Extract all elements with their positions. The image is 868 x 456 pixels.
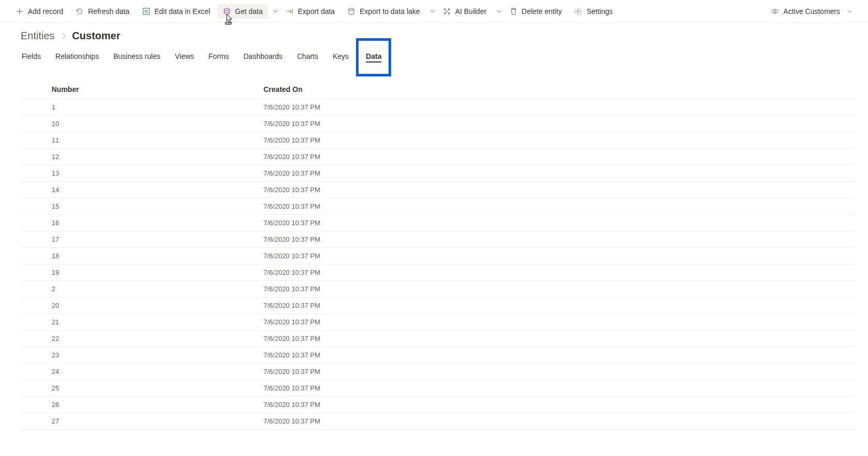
tab-charts[interactable]: Charts <box>296 48 319 65</box>
cell-created-on: 7/6/2020 10:37 PM <box>264 285 855 293</box>
table-row[interactable]: 167/6/2020 10:37 PM <box>21 215 855 231</box>
add-record-button[interactable]: Add record <box>10 4 68 19</box>
cell-number: 21 <box>52 318 264 326</box>
get-data-dropdown[interactable] <box>272 8 278 14</box>
table-row[interactable]: 157/6/2020 10:37 PM <box>21 198 855 215</box>
cell-created-on: 7/6/2020 10:37 PM <box>264 335 855 342</box>
cell-created-on: 7/6/2020 10:37 PM <box>264 186 855 194</box>
content-area: Number Created On 17/6/2020 10:37 PM107/… <box>0 80 868 456</box>
table-row[interactable]: 227/6/2020 10:37 PM <box>21 331 855 347</box>
cell-number: 14 <box>52 186 264 194</box>
tab-keys[interactable]: Keys <box>332 48 350 65</box>
table-row[interactable]: 197/6/2020 10:37 PM <box>21 264 855 281</box>
view-selector-dropdown[interactable] <box>846 8 853 14</box>
cell-created-on: 7/6/2020 10:37 PM <box>264 302 855 309</box>
tab-data[interactable]: Data <box>365 48 382 65</box>
cell-number: 12 <box>52 153 264 161</box>
table-row[interactable]: 147/6/2020 10:37 PM <box>21 182 855 198</box>
table-row[interactable]: 107/6/2020 10:37 PM <box>21 116 855 132</box>
get-data-button[interactable]: Get data <box>218 4 268 19</box>
table-row[interactable]: 137/6/2020 10:37 PM <box>21 165 855 182</box>
table-row[interactable]: 27/6/2020 10:37 PM <box>21 281 855 297</box>
cell-number: 15 <box>52 202 264 210</box>
cell-number: 13 <box>52 169 264 177</box>
tab-forms[interactable]: Forms <box>208 48 230 65</box>
cell-number: 2 <box>52 285 264 293</box>
gear-icon <box>574 7 582 15</box>
tab-fields[interactable]: Fields <box>21 48 42 65</box>
get-data-label: Get data <box>235 7 263 15</box>
cell-number: 24 <box>52 368 264 375</box>
view-selector-button[interactable]: Active Customers <box>766 4 858 19</box>
edit-excel-button[interactable]: Edit data in Excel <box>137 4 215 19</box>
svg-point-8 <box>774 10 776 12</box>
ai-builder-dropdown[interactable] <box>496 8 502 14</box>
cell-created-on: 7/6/2020 10:37 PM <box>264 169 855 177</box>
excel-icon <box>142 7 150 15</box>
export-data-label: Export data <box>298 7 335 15</box>
table-row[interactable]: 17/6/2020 10:37 PM <box>21 99 855 116</box>
table-row[interactable]: 277/6/2020 10:37 PM <box>21 413 855 430</box>
delete-entity-button[interactable]: Delete entity <box>504 4 567 19</box>
ai-icon <box>443 7 451 15</box>
column-header-number[interactable]: Number <box>52 85 264 93</box>
table-row[interactable]: 247/6/2020 10:37 PM <box>21 364 855 380</box>
export-lake-label: Export to data lake <box>360 7 420 15</box>
tab-data-highlight: Data <box>356 38 391 76</box>
add-record-label: Add record <box>28 7 63 15</box>
table-row[interactable]: 237/6/2020 10:37 PM <box>21 347 855 364</box>
cell-created-on: 7/6/2020 10:37 PM <box>264 219 855 227</box>
cell-created-on: 7/6/2020 10:37 PM <box>264 318 855 326</box>
cell-created-on: 7/6/2020 10:37 PM <box>264 153 855 161</box>
cell-created-on: 7/6/2020 10:37 PM <box>264 401 855 408</box>
cell-number: 20 <box>52 302 264 309</box>
trash-icon <box>509 7 518 15</box>
refresh-data-label: Refresh data <box>88 7 129 15</box>
refresh-icon <box>75 7 84 15</box>
table-header: Number Created On <box>21 80 855 99</box>
data-grid[interactable]: Number Created On 17/6/2020 10:37 PM107/… <box>21 80 855 456</box>
cell-created-on: 7/6/2020 10:37 PM <box>264 202 855 210</box>
ai-builder-button[interactable]: AI Builder <box>438 4 492 19</box>
table-row[interactable]: 177/6/2020 10:37 PM <box>21 231 855 248</box>
table-row[interactable]: 267/6/2020 10:37 PM <box>21 397 855 413</box>
cell-number: 11 <box>52 136 264 144</box>
delete-entity-label: Delete entity <box>522 7 562 15</box>
ai-builder-label: AI Builder <box>455 7 487 15</box>
breadcrumb-current: Customer <box>72 30 120 42</box>
tab-dashboards[interactable]: Dashboards <box>242 48 284 65</box>
chevron-right-icon <box>61 33 66 39</box>
cell-created-on: 7/6/2020 10:37 PM <box>264 417 855 425</box>
breadcrumb-root[interactable]: Entities <box>21 30 55 42</box>
svg-point-7 <box>577 10 579 12</box>
tab-business-rules[interactable]: Business rules <box>112 48 161 65</box>
cell-created-on: 7/6/2020 10:37 PM <box>264 269 855 276</box>
entity-tabs: Fields Relationships Business rules View… <box>0 46 868 67</box>
table-row[interactable]: 127/6/2020 10:37 PM <box>21 149 855 165</box>
table-row[interactable]: 187/6/2020 10:37 PM <box>21 248 855 264</box>
cell-created-on: 7/6/2020 10:37 PM <box>264 136 855 144</box>
column-header-created-on[interactable]: Created On <box>264 85 855 93</box>
cell-number: 19 <box>52 269 264 276</box>
table-row[interactable]: 207/6/2020 10:37 PM <box>21 297 855 314</box>
cell-created-on: 7/6/2020 10:37 PM <box>264 368 855 375</box>
export-icon <box>286 7 294 15</box>
cell-number: 26 <box>52 401 264 408</box>
tab-views[interactable]: Views <box>174 48 195 65</box>
cell-number: 22 <box>52 335 264 342</box>
table-row[interactable]: 217/6/2020 10:37 PM <box>21 314 855 331</box>
cell-number: 17 <box>52 235 264 243</box>
cell-number: 10 <box>52 120 264 128</box>
export-data-button[interactable]: Export data <box>281 4 340 19</box>
tab-relationships[interactable]: Relationships <box>54 48 100 65</box>
database-icon <box>223 7 231 15</box>
cell-number: 25 <box>52 384 264 392</box>
export-lake-dropdown[interactable] <box>429 8 436 14</box>
settings-button[interactable]: Settings <box>569 4 618 19</box>
table-row[interactable]: 257/6/2020 10:37 PM <box>21 380 855 397</box>
refresh-data-button[interactable]: Refresh data <box>70 4 134 19</box>
cell-created-on: 7/6/2020 10:37 PM <box>264 384 855 392</box>
export-lake-button[interactable]: Export to data lake <box>342 4 425 19</box>
cell-number: 16 <box>52 219 264 227</box>
table-row[interactable]: 117/6/2020 10:37 PM <box>21 132 855 149</box>
